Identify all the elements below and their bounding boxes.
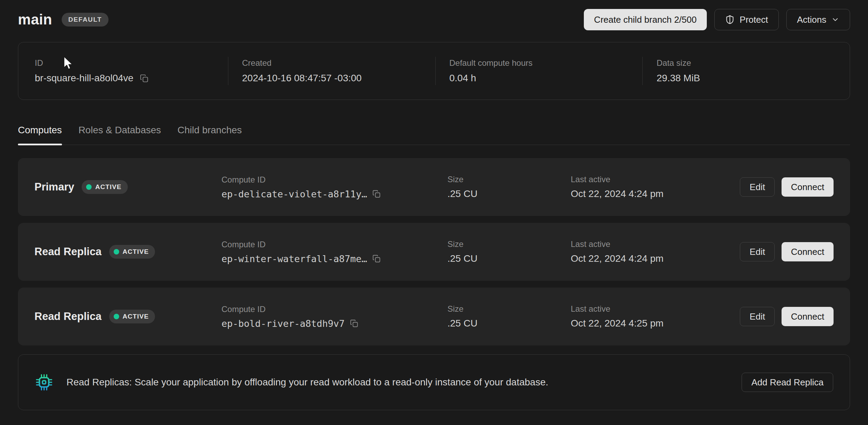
connect-button[interactable]: Connect bbox=[782, 177, 834, 197]
read-replica-banner: Read Replicas: Scale your application by… bbox=[18, 354, 850, 410]
size-value: .25 CU bbox=[447, 188, 571, 199]
edit-button[interactable]: Edit bbox=[740, 177, 775, 197]
status-label: ACTIVE bbox=[123, 248, 149, 256]
info-field-data-size: Data size 29.38 MiB bbox=[642, 57, 850, 85]
compute-name: Read Replica bbox=[34, 246, 102, 258]
copy-icon[interactable] bbox=[372, 189, 381, 198]
status-dot-icon bbox=[114, 314, 119, 319]
branch-title-group: main DEFAULT bbox=[18, 11, 108, 28]
compute-id-value: ep-winter-waterfall-a87me… bbox=[221, 253, 367, 264]
status-badge: ACTIVE bbox=[109, 310, 155, 323]
info-label: Data size bbox=[657, 58, 839, 68]
topbar-actions: Create child branch 2/500 Protect Action… bbox=[584, 9, 850, 30]
tab-computes[interactable]: Computes bbox=[18, 125, 62, 145]
size-label: Size bbox=[447, 239, 571, 249]
status-dot-icon bbox=[86, 184, 92, 190]
compute-list: Primary ACTIVE Compute ID ep-delicate-vi… bbox=[18, 158, 850, 345]
compute-id-label: Compute ID bbox=[221, 304, 447, 314]
info-field-created: Created 2024-10-16 08:47:57 -03:00 bbox=[228, 57, 435, 85]
last-active-value: Oct 22, 2024 4:25 pm bbox=[571, 318, 740, 329]
tab-child-branches[interactable]: Child branches bbox=[177, 125, 242, 145]
compute-hours-value: 0.04 h bbox=[450, 73, 632, 84]
compute-name: Read Replica bbox=[34, 310, 102, 323]
status-badge: ACTIVE bbox=[109, 245, 155, 259]
protect-button[interactable]: Protect bbox=[714, 9, 778, 30]
protect-label: Protect bbox=[740, 14, 768, 25]
compute-id-value: ep-delicate-violet-a8r11y… bbox=[221, 189, 367, 199]
size-value: .25 CU bbox=[447, 253, 571, 264]
compute-name: Primary bbox=[34, 181, 74, 193]
branch-info-card: ID br-square-hill-a8ol04ve Created 2024-… bbox=[18, 42, 850, 100]
status-label: ACTIVE bbox=[95, 183, 121, 191]
connect-button[interactable]: Connect bbox=[782, 307, 834, 326]
copy-icon[interactable] bbox=[140, 74, 149, 83]
compute-id-label: Compute ID bbox=[221, 175, 447, 185]
size-label: Size bbox=[447, 304, 571, 314]
last-active-label: Last active bbox=[571, 239, 740, 249]
status-label: ACTIVE bbox=[123, 313, 149, 320]
size-value: .25 CU bbox=[447, 318, 571, 329]
read-replica-description: Read Replicas: Scale your application by… bbox=[66, 377, 728, 388]
create-child-branch-button[interactable]: Create child branch 2/500 bbox=[584, 9, 707, 30]
chip-icon bbox=[35, 373, 53, 392]
size-label: Size bbox=[447, 175, 571, 184]
compute-row-read-replica-2: Read Replica ACTIVE Compute ID ep-bold-r… bbox=[18, 288, 850, 345]
info-label: ID bbox=[35, 58, 218, 68]
copy-icon[interactable] bbox=[372, 254, 381, 263]
status-dot-icon bbox=[114, 249, 119, 255]
info-field-id: ID br-square-hill-a8ol04ve bbox=[18, 57, 228, 85]
create-child-branch-label: Create child branch 2/500 bbox=[594, 14, 697, 25]
tab-roles-databases[interactable]: Roles & Databases bbox=[79, 125, 161, 145]
last-active-value: Oct 22, 2024 4:24 pm bbox=[571, 253, 740, 264]
info-label: Created bbox=[242, 58, 425, 68]
add-read-replica-button[interactable]: Add Read Replica bbox=[742, 373, 833, 392]
last-active-value: Oct 22, 2024 4:24 pm bbox=[571, 188, 740, 199]
compute-row-primary: Primary ACTIVE Compute ID ep-delicate-vi… bbox=[18, 158, 850, 216]
compute-row-read-replica-1: Read Replica ACTIVE Compute ID ep-winter… bbox=[18, 223, 850, 281]
topbar: main DEFAULT Create child branch 2/500 P… bbox=[18, 0, 850, 30]
edit-button[interactable]: Edit bbox=[740, 242, 775, 261]
copy-icon[interactable] bbox=[350, 319, 359, 328]
info-label: Default compute hours bbox=[450, 58, 632, 68]
data-size-value: 29.38 MiB bbox=[657, 73, 839, 84]
connect-button[interactable]: Connect bbox=[782, 242, 834, 261]
shield-icon bbox=[725, 15, 735, 24]
status-badge: ACTIVE bbox=[82, 180, 127, 194]
default-badge: DEFAULT bbox=[62, 13, 108, 27]
branch-id-value: br-square-hill-a8ol04ve bbox=[35, 73, 133, 84]
info-field-compute-hours: Default compute hours 0.04 h bbox=[435, 57, 643, 85]
actions-button[interactable]: Actions bbox=[786, 9, 850, 30]
branch-page: main DEFAULT Create child branch 2/500 P… bbox=[0, 0, 868, 410]
created-value: 2024-10-16 08:47:57 -03:00 bbox=[242, 73, 425, 84]
edit-button[interactable]: Edit bbox=[740, 307, 775, 326]
last-active-label: Last active bbox=[571, 304, 740, 314]
page-title: main bbox=[18, 11, 52, 28]
last-active-label: Last active bbox=[571, 175, 740, 184]
chevron-down-icon bbox=[831, 15, 839, 24]
tab-bar: Computes Roles & Databases Child branche… bbox=[18, 125, 850, 145]
compute-id-value: ep-bold-river-a8tdh9v7 bbox=[221, 318, 345, 329]
actions-label: Actions bbox=[797, 14, 826, 25]
compute-id-label: Compute ID bbox=[221, 240, 447, 249]
